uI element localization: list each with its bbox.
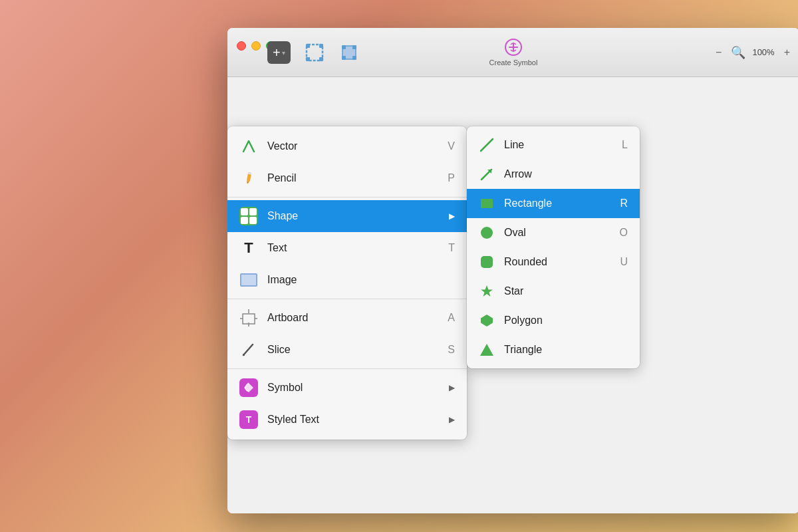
- svg-marker-27: [481, 315, 493, 327]
- rectangle-shortcut: R: [620, 198, 628, 209]
- rectangle-icon: [479, 196, 495, 211]
- symbol-submenu-arrow-icon: ▶: [449, 383, 455, 392]
- line-label: Line: [504, 139, 612, 151]
- submenu-item-rounded[interactable]: Rounded U: [467, 247, 640, 277]
- menu-item-pencil[interactable]: Pencil P: [227, 162, 467, 194]
- menu-item-image[interactable]: Image: [227, 264, 467, 296]
- toolbar: + ▾: [227, 28, 798, 76]
- artboard-label: Artboard: [267, 312, 438, 324]
- svg-line-19: [243, 344, 253, 355]
- submenu-item-line[interactable]: Line L: [467, 130, 640, 160]
- zoom-icon: 🔍: [731, 45, 745, 60]
- svg-rect-9: [352, 56, 356, 60]
- zoom-out-button[interactable]: −: [713, 45, 724, 60]
- insert-button[interactable]: + ▾: [267, 41, 291, 64]
- line-icon: [479, 137, 495, 153]
- main-window: + ▾: [227, 28, 798, 513]
- sep-2: [227, 299, 467, 299]
- vector-icon: [239, 137, 258, 156]
- oval-label: Oval: [504, 227, 610, 239]
- submenu-item-star[interactable]: Star: [467, 277, 640, 306]
- svg-rect-2: [319, 44, 323, 48]
- artboard-shortcut: A: [448, 312, 455, 324]
- zoom-in-button[interactable]: +: [781, 45, 793, 60]
- menu-item-vector[interactable]: Vector V: [227, 130, 467, 162]
- create-symbol-button[interactable]: Create Symbol: [489, 38, 538, 66]
- arrow-icon: [479, 166, 495, 182]
- slice-icon: [239, 340, 258, 359]
- rounded-label: Rounded: [504, 256, 610, 268]
- pencil-icon: [239, 169, 258, 188]
- menu-item-slice[interactable]: Slice S: [227, 334, 467, 366]
- shape-label: Shape: [267, 210, 437, 222]
- dropdown-container: Vector V Pencil P: [227, 126, 467, 440]
- symbol-icon: [239, 378, 258, 397]
- submenu-item-arrow[interactable]: Arrow: [467, 160, 640, 189]
- svg-point-24: [481, 227, 493, 239]
- slice-shortcut: S: [448, 344, 455, 356]
- vector-shortcut: V: [448, 140, 455, 152]
- svg-rect-6: [342, 45, 346, 49]
- transform-button[interactable]: [337, 41, 361, 65]
- transform-icon: [338, 42, 360, 63]
- text-shortcut: T: [448, 242, 455, 254]
- image-icon: [239, 271, 258, 289]
- toolbar-right: − 🔍 100% +: [713, 45, 793, 60]
- menu-item-symbol[interactable]: Symbol ▶: [227, 372, 467, 404]
- submenu-item-rectangle[interactable]: Rectangle R: [467, 189, 640, 218]
- svg-rect-14: [243, 314, 255, 324]
- styled-text-submenu-arrow-icon: ▶: [449, 415, 455, 424]
- arrow-label: Arrow: [504, 168, 628, 180]
- star-label: Star: [504, 285, 628, 297]
- vector-label: Vector: [267, 140, 438, 152]
- menu-item-text[interactable]: T Text T: [227, 232, 467, 264]
- submenu-item-polygon[interactable]: Polygon: [467, 306, 640, 335]
- svg-marker-26: [481, 285, 493, 297]
- slice-label: Slice: [267, 344, 438, 356]
- shape-submenu-arrow-icon: ▶: [449, 211, 455, 221]
- line-shortcut: L: [622, 139, 628, 151]
- pencil-shortcut: P: [448, 172, 455, 184]
- text-label: Text: [267, 242, 439, 254]
- sep-1: [227, 197, 467, 198]
- titlebar: + ▾: [227, 28, 798, 77]
- svg-rect-25: [481, 256, 493, 268]
- menu-item-styled-text[interactable]: T Styled Text ▶: [227, 404, 467, 436]
- primary-menu: Vector V Pencil P: [227, 126, 467, 440]
- svg-rect-3: [306, 57, 310, 61]
- svg-line-20: [481, 139, 493, 151]
- frame-select-button[interactable]: [303, 41, 327, 65]
- image-label: Image: [267, 274, 455, 286]
- create-symbol-label: Create Symbol: [489, 59, 538, 66]
- canvas-content: Vector V Pencil P: [227, 77, 798, 513]
- text-icon: T: [239, 239, 258, 257]
- toolbar-left: + ▾: [267, 41, 361, 65]
- submenu-item-triangle[interactable]: Triangle: [467, 335, 640, 364]
- pencil-label: Pencil: [267, 172, 438, 184]
- svg-marker-12: [246, 182, 249, 185]
- frame-select-icon: [304, 42, 325, 63]
- styled-text-label: Styled Text: [267, 414, 437, 426]
- triangle-icon: [479, 342, 495, 358]
- create-symbol-svg-icon: [504, 38, 523, 57]
- rounded-icon: [479, 254, 495, 270]
- toolbar-icon-group: [303, 41, 361, 65]
- submenu-item-oval[interactable]: Oval O: [467, 218, 640, 247]
- dropdown-arrow-icon: ▾: [282, 49, 285, 57]
- svg-rect-1: [306, 44, 310, 48]
- svg-rect-7: [352, 45, 356, 49]
- star-icon: [479, 283, 495, 299]
- artboard-icon: [239, 309, 258, 327]
- polygon-label: Polygon: [504, 315, 628, 327]
- symbol-label: Symbol: [267, 382, 437, 394]
- styled-text-icon: T: [239, 410, 258, 429]
- oval-shortcut: O: [620, 227, 628, 239]
- sep-3: [227, 368, 467, 369]
- triangle-label: Triangle: [504, 344, 628, 356]
- shape-submenu: Line L Arrow: [467, 126, 640, 368]
- svg-rect-4: [319, 57, 323, 61]
- polygon-icon: [479, 313, 495, 329]
- svg-marker-28: [480, 344, 493, 356]
- menu-item-artboard[interactable]: Artboard A: [227, 302, 467, 334]
- menu-item-shape[interactable]: Shape ▶: [227, 200, 467, 232]
